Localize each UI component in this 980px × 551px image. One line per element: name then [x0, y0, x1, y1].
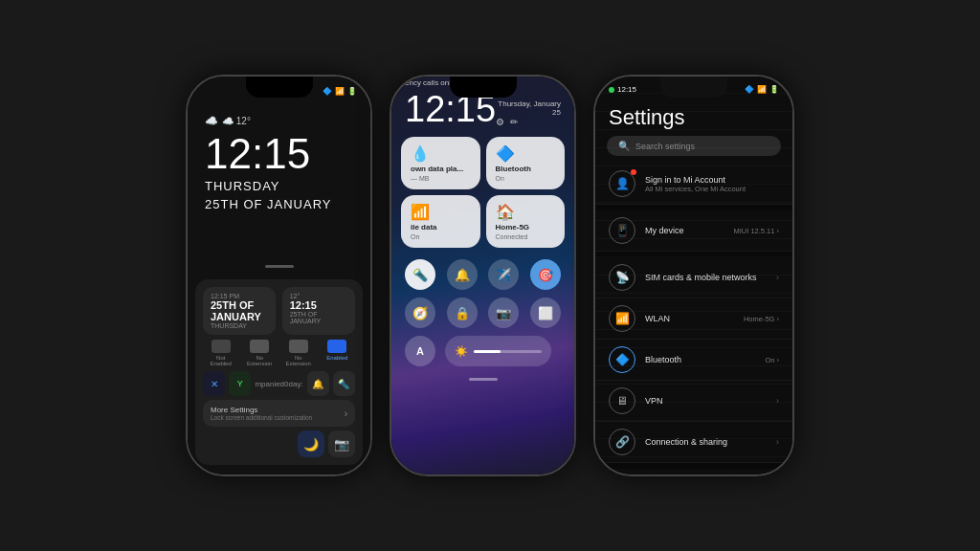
phone1-day: THURSDAY: [205, 179, 353, 193]
tile-data[interactable]: 💧 own data pla... — MB: [401, 137, 480, 189]
account-text: Sign in to Mi Account All Mi services, O…: [645, 175, 779, 193]
account-main: Sign in to Mi Account: [645, 175, 779, 185]
tile-bluetooth-icon: 🔷: [496, 144, 556, 163]
widget2-time: 12:15: [290, 299, 347, 311]
brightness-bar: [474, 350, 542, 353]
widget-date: 25TH OF JANUARY: [211, 299, 268, 322]
tile-mobile-data[interactable]: 📶 ile data On: [401, 195, 480, 248]
account-icon: 👤: [609, 170, 635, 197]
phone3-bt-icon: 🔷: [745, 85, 754, 94]
settings-item-account[interactable]: 👤 Sign in to Mi Account All Mi services,…: [595, 164, 792, 205]
toggle-4[interactable]: Enabled: [320, 340, 356, 366]
camera-icon[interactable]: 📷: [328, 430, 355, 457]
phone1-more-settings[interactable]: More Settings Lock screen additional cus…: [203, 400, 355, 427]
settings-item-sim[interactable]: 📡 SIM cards & mobile networks ›: [595, 257, 792, 298]
search-icon: 🔍: [618, 141, 630, 151]
vpn-arrow: ›: [776, 396, 779, 406]
sim-arrow: ›: [776, 273, 779, 282]
phone1-status-icons: 🔷 📶 🔋: [323, 87, 357, 96]
emergency-text: ency calls only: [405, 78, 455, 87]
device-icon: 📱: [609, 217, 635, 244]
settings-item-bluetooth[interactable]: 🔷 Bluetooth On ›: [595, 340, 792, 381]
tile-wifi-icon: 🏠: [496, 203, 556, 221]
settings-item-wallpaper[interactable]: 🎨 Wallpaper & personalization ›: [595, 469, 792, 474]
toggle-icon-1: [212, 340, 231, 353]
settings-item-device[interactable]: 📱 My device MIUI 12.5.11 ›: [595, 210, 792, 252]
phone1-widgets: 12:15 PM 25TH OF JANUARY THURSDAY 12° 12…: [203, 287, 355, 335]
ctrl-flashlight[interactable]: 🔦: [405, 259, 435, 290]
phone1-cam-icons: 🌙 📷: [203, 430, 355, 457]
settings-item-vpn[interactable]: 🖥 VPN ›: [595, 381, 792, 422]
tile-wifi[interactable]: 🏠 Home-5G Connected: [486, 195, 566, 248]
moon-icon[interactable]: 🌙: [298, 430, 324, 457]
status-dot: [609, 87, 614, 93]
phone1-bottom-panel: 12:15 PM 25TH OF JANUARY THURSDAY 12° 12…: [195, 279, 363, 465]
connection-arrow: ›: [776, 437, 779, 447]
toggle-2[interactable]: NoExtension: [242, 340, 278, 366]
widget2-temp: 12°: [290, 293, 347, 299]
app-bell-icon[interactable]: 🔔: [307, 371, 329, 396]
phone-1: 🔷 📶 🔋 ☁️ ☁️ 12° 12:15 THURSDAY 25TH OF J…: [186, 75, 372, 476]
settings-item-wlan[interactable]: 📶 WLAN Home-5G ›: [595, 298, 792, 340]
phone2-brightness-slider[interactable]: ☀️: [445, 336, 551, 366]
battery-icon: 🔋: [347, 87, 357, 96]
ctrl-expand[interactable]: ⬜: [530, 298, 561, 328]
phone2-control-tiles: 💧 own data pla... — MB 🔷 Bluetooth On 📶 …: [391, 131, 574, 253]
toggle-1[interactable]: NotEnabled: [203, 340, 239, 366]
bt-text: Bluetooth: [645, 355, 755, 364]
ctrl-bell[interactable]: 🔔: [447, 259, 478, 290]
phone2-scroll-indicator: [469, 378, 498, 381]
vpn-main: VPN: [645, 396, 765, 406]
device-text: My device: [645, 226, 724, 235]
ctrl-video[interactable]: 📷: [488, 298, 519, 328]
device-right: MIUI 12.5.11 ›: [733, 227, 779, 235]
widget2-date: 25TH OF JANUARY: [290, 311, 347, 324]
app-torch-icon[interactable]: 🔦: [333, 371, 355, 396]
search-placeholder: Search settings: [635, 142, 695, 151]
tile-wifi-label: Home-5G: [496, 223, 556, 231]
sim-text: SIM cards & mobile networks: [645, 273, 765, 282]
toggle-label-2: NoExtension: [247, 355, 272, 366]
more-label: More Settings: [211, 406, 312, 414]
tile-mobile-sub: On: [411, 233, 471, 240]
phone2-letter-a[interactable]: A: [405, 336, 435, 366]
phone3-time: 12:15: [617, 85, 636, 94]
settings-item-connection[interactable]: 🔗 Connection & sharing ›: [595, 422, 792, 463]
tile-mobile-label: ile data: [411, 223, 471, 231]
phone2-date: Thursday, January 25: [496, 99, 561, 117]
ctrl-focus[interactable]: 🎯: [530, 259, 561, 290]
signal-icon: 📶: [335, 87, 345, 96]
toggle-label-1: NotEnabled: [211, 355, 232, 366]
toggle-icon-2: [250, 340, 269, 353]
wlan-main: WLAN: [645, 314, 734, 323]
bt-right: On ›: [765, 356, 779, 364]
toggle-3[interactable]: NoExtension: [280, 340, 317, 366]
ctrl-lock[interactable]: 🔒: [447, 298, 478, 328]
app-y-icon[interactable]: Y: [229, 371, 251, 396]
phone2-controls-row2: 🧭 🔒 📷 ⬜: [391, 294, 574, 332]
sim-main: SIM cards & mobile networks: [645, 273, 765, 282]
phone2-controls-row1: 🔦 🔔 ✈️ 🎯: [391, 255, 574, 294]
phone2-edit-icon[interactable]: ✏: [510, 117, 518, 127]
phone1-screen: 🔷 📶 🔋 ☁️ ☁️ 12° 12:15 THURSDAY 25TH OF J…: [188, 77, 370, 474]
ctrl-compass[interactable]: 🧭: [405, 298, 435, 328]
connection-icon: 🔗: [609, 429, 635, 455]
widget-mini-2: 12° 12:15 25TH OF JANUARY: [282, 287, 355, 335]
tile-wifi-sub: Connected: [496, 233, 556, 240]
phone2-date-col: Thursday, January 25 ⚙ ✏: [496, 99, 561, 127]
weather-icon: ☁️: [205, 115, 218, 127]
phone3-page-title: Settings: [595, 98, 792, 136]
tile-bluetooth[interactable]: 🔷 Bluetooth On: [486, 137, 566, 189]
widget-day: THURSDAY: [211, 322, 268, 329]
phone3-status-icons: 🔷 📶 🔋: [745, 85, 779, 94]
ctrl-airplane[interactable]: ✈️: [488, 259, 519, 290]
app-x-icon[interactable]: ✕: [203, 371, 225, 396]
phone1-weather: ☁️ ☁️ 12°: [205, 115, 353, 127]
phone1-app-icons: ✕ Y mpanied0day: 🔔 🔦: [203, 371, 355, 396]
phone3-search-bar[interactable]: 🔍 Search settings: [607, 136, 781, 156]
phone1-date: 25TH OF JANUARY: [205, 197, 353, 211]
phone2-settings-icon[interactable]: ⚙: [496, 117, 504, 127]
wlan-right: Home-5G ›: [744, 315, 779, 323]
wlan-icon: 📶: [609, 305, 635, 332]
widget-mini-1: 12:15 PM 25TH OF JANUARY THURSDAY: [203, 287, 276, 335]
